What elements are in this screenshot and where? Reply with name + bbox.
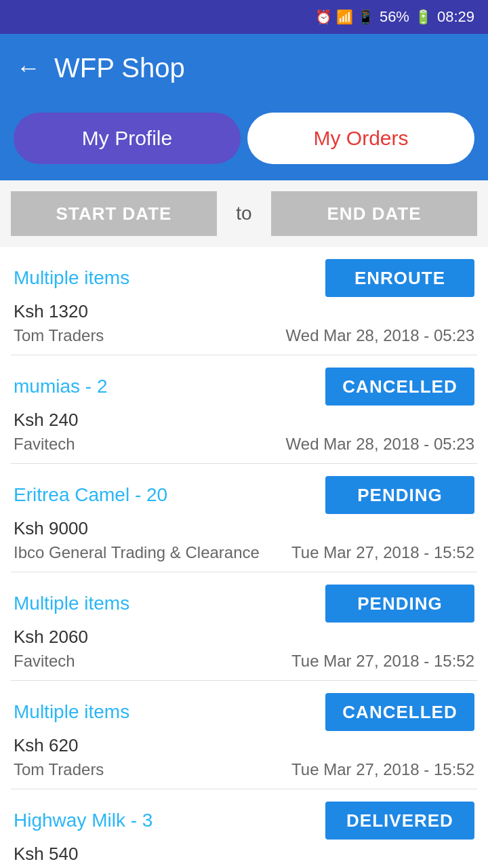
order-vendor-4: Tom Traders	[14, 760, 104, 779]
battery-icon: 🔋	[415, 9, 432, 25]
list-item[interactable]: Multiple items ENROUTE Ksh 1320 Tom Trad…	[11, 247, 477, 355]
order-status-btn-3[interactable]: PENDING	[325, 585, 474, 623]
order-status-btn-1[interactable]: CANCELLED	[325, 368, 474, 406]
app-title: WFP Shop	[54, 53, 185, 83]
order-price-4: Ksh 620	[14, 735, 474, 756]
status-icons: ⏰ 📶 📱	[315, 9, 374, 25]
order-status-btn-4[interactable]: CANCELLED	[325, 693, 474, 731]
order-date-4: Tue Mar 27, 2018 - 15:52	[291, 760, 474, 779]
order-row-top-4: Multiple items CANCELLED	[14, 693, 474, 731]
order-title-3: Multiple items	[14, 593, 325, 614]
order-date-0: Wed Mar 28, 2018 - 05:23	[286, 326, 474, 345]
order-row-top-5: Highway Milk - 3 DELIVERED	[14, 802, 474, 840]
order-title-4: Multiple items	[14, 701, 325, 723]
battery-level: 56%	[380, 8, 409, 26]
order-list: Multiple items ENROUTE Ksh 1320 Tom Trad…	[0, 247, 488, 868]
start-date-button[interactable]: START DATE	[11, 191, 217, 236]
order-price-1: Ksh 240	[14, 410, 474, 431]
order-row-top-1: mumias - 2 CANCELLED	[14, 368, 474, 406]
order-vendor-3: Favitech	[14, 652, 75, 671]
order-status-btn-0[interactable]: ENROUTE	[325, 259, 474, 297]
order-row-bottom-4: Tom Traders Tue Mar 27, 2018 - 15:52	[14, 760, 474, 779]
sim-icon: 📱	[357, 9, 374, 25]
tab-container: My Profile My Orders	[0, 102, 488, 180]
end-date-button[interactable]: END DATE	[271, 191, 477, 236]
list-item[interactable]: mumias - 2 CANCELLED Ksh 240 Favitech We…	[11, 355, 477, 464]
app-header: ← WFP Shop	[0, 34, 488, 102]
order-row-top-2: Eritrea Camel - 20 PENDING	[14, 476, 474, 514]
date-separator: to	[217, 203, 271, 224]
list-item[interactable]: Eritrea Camel - 20 PENDING Ksh 9000 Ibco…	[11, 464, 477, 572]
order-vendor-1: Favitech	[14, 435, 75, 454]
tab-my-orders[interactable]: My Orders	[247, 113, 474, 164]
order-row-top-3: Multiple items PENDING	[14, 585, 474, 623]
status-bar: ⏰ 📶 📱 56% 🔋 08:29	[0, 0, 488, 34]
list-item[interactable]: Highway Milk - 3 DELIVERED Ksh 540 Tom T…	[11, 789, 477, 868]
order-price-3: Ksh 2060	[14, 627, 474, 648]
order-price-0: Ksh 1320	[14, 301, 474, 322]
list-item[interactable]: Multiple items PENDING Ksh 2060 Favitech…	[11, 572, 477, 681]
order-title-2: Eritrea Camel - 20	[14, 484, 325, 506]
wifi-icon: 📶	[336, 9, 353, 25]
clock: 08:29	[437, 8, 474, 26]
order-status-btn-5[interactable]: DELIVERED	[325, 802, 474, 840]
order-price-2: Ksh 9000	[14, 518, 474, 539]
order-title-0: Multiple items	[14, 267, 325, 289]
order-row-bottom-0: Tom Traders Wed Mar 28, 2018 - 05:23	[14, 326, 474, 345]
order-price-5: Ksh 540	[14, 844, 474, 865]
order-row-top-0: Multiple items ENROUTE	[14, 259, 474, 297]
order-status-btn-2[interactable]: PENDING	[325, 476, 474, 514]
order-row-bottom-1: Favitech Wed Mar 28, 2018 - 05:23	[14, 435, 474, 454]
order-date-1: Wed Mar 28, 2018 - 05:23	[286, 435, 474, 454]
order-date-3: Tue Mar 27, 2018 - 15:52	[291, 652, 474, 671]
back-button[interactable]: ←	[16, 56, 41, 80]
order-row-bottom-3: Favitech Tue Mar 27, 2018 - 15:52	[14, 652, 474, 671]
date-filter: START DATE to END DATE	[0, 180, 488, 247]
order-date-2: Tue Mar 27, 2018 - 15:52	[291, 543, 474, 562]
alarm-icon: ⏰	[315, 9, 332, 25]
tab-my-profile[interactable]: My Profile	[14, 113, 241, 164]
list-item[interactable]: Multiple items CANCELLED Ksh 620 Tom Tra…	[11, 681, 477, 789]
order-row-bottom-2: Ibco General Trading & Clearance Tue Mar…	[14, 543, 474, 562]
order-title-5: Highway Milk - 3	[14, 810, 325, 831]
order-vendor-2: Ibco General Trading & Clearance	[14, 543, 260, 562]
order-title-1: mumias - 2	[14, 376, 325, 397]
order-vendor-0: Tom Traders	[14, 326, 104, 345]
